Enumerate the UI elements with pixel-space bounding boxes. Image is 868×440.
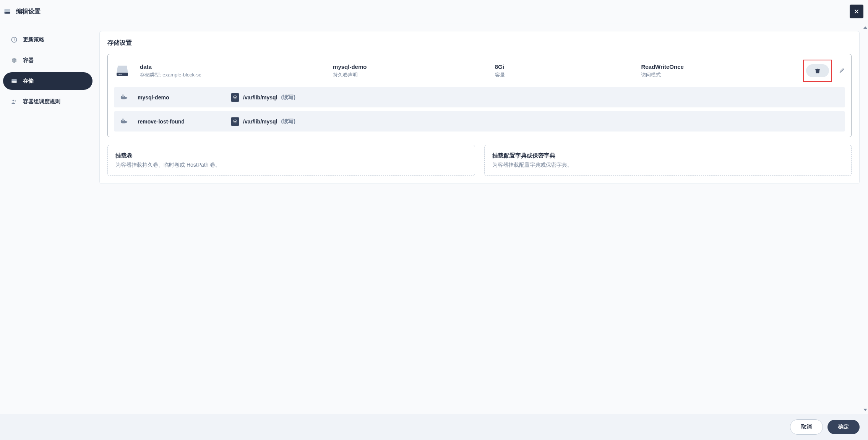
- mount-mode: (读写): [281, 118, 295, 125]
- volume-capacity-col: 8Gi 容量: [495, 63, 635, 78]
- sidebar-item-label: 更新策略: [23, 36, 44, 43]
- close-icon: [853, 8, 860, 15]
- storage-settings-panel: 存储设置 data 存储类型: example-block-sc mysql-d…: [99, 31, 860, 184]
- svg-rect-20: [122, 120, 123, 121]
- edit-volume-button[interactable]: [839, 67, 845, 75]
- sidebar-item-label: 容器: [23, 57, 34, 64]
- trash-icon: [814, 68, 821, 74]
- sidebar-item-containers[interactable]: 容器: [3, 52, 92, 69]
- svg-rect-22: [122, 119, 123, 120]
- svg-point-23: [234, 121, 236, 122]
- delete-highlight-box: [803, 60, 832, 82]
- cancel-button[interactable]: 取消: [790, 419, 823, 435]
- svg-point-18: [234, 97, 236, 98]
- sidebar: 更新策略 容器 存储 容器组调度规则: [0, 23, 96, 414]
- svg-point-9: [13, 100, 15, 102]
- edit-settings-modal: 编辑设置 更新策略 容器 存储: [0, 0, 868, 440]
- mount-volume-desc: 为容器挂载持久卷、临时卷或 HostPath 卷。: [115, 162, 467, 169]
- svg-rect-7: [11, 81, 17, 83]
- modal-title: 编辑设置: [16, 8, 41, 16]
- storage-icon: [11, 78, 18, 84]
- sidebar-item-storage[interactable]: 存储: [3, 72, 92, 90]
- pvc-label: 持久卷声明: [333, 71, 489, 78]
- pvc-name: mysql-demo: [333, 63, 489, 70]
- svg-rect-14: [121, 96, 122, 97]
- panel-title: 存储设置: [107, 39, 852, 47]
- svg-rect-19: [121, 120, 122, 121]
- volume-pvc-col: mysql-demo 持久卷声明: [333, 63, 489, 78]
- svg-point-12: [118, 74, 120, 75]
- users-icon: [11, 98, 18, 105]
- close-button[interactable]: [850, 5, 863, 18]
- mount-mode: (读写): [281, 94, 295, 101]
- delete-volume-button[interactable]: [806, 64, 829, 77]
- volume-card: data 存储类型: example-block-sc mysql-demo 持…: [107, 54, 852, 137]
- volume-access-col: ReadWriteOnce 访问模式: [641, 63, 797, 78]
- gear-icon: [231, 117, 239, 126]
- mount-container-name: remove-lost-found: [138, 119, 222, 125]
- mount-path: /var/lib/mysql: [243, 119, 277, 125]
- scrollbar[interactable]: [864, 26, 867, 411]
- mount-config-desc: 为容器挂载配置字典或保密字典。: [492, 162, 844, 169]
- mount-row: mysql-demo /var/lib/mysql (读写): [114, 87, 845, 107]
- clock-icon: [11, 36, 18, 43]
- mount-config-card[interactable]: 挂载配置字典或保密字典 为容器挂载配置字典或保密字典。: [484, 145, 852, 176]
- access-mode-label: 访问模式: [641, 71, 797, 78]
- docker-icon: [120, 117, 128, 126]
- main-content: 存储设置 data 存储类型: example-block-sc mysql-d…: [96, 23, 868, 414]
- svg-rect-1: [5, 12, 10, 14]
- capacity-label: 容量: [495, 71, 635, 78]
- mount-config-title: 挂载配置字典或保密字典: [492, 152, 844, 159]
- volume-summary-row: data 存储类型: example-block-sc mysql-demo 持…: [114, 60, 845, 82]
- disk-icon: [3, 7, 11, 16]
- svg-point-13: [120, 74, 122, 75]
- storage-class-value: example-block-sc: [162, 72, 201, 78]
- cube-icon: [11, 57, 18, 64]
- scroll-down-icon: [863, 409, 867, 411]
- svg-rect-11: [117, 73, 128, 76]
- scroll-up-icon: [863, 26, 867, 29]
- sidebar-item-update-strategy[interactable]: 更新策略: [3, 31, 92, 49]
- gear-icon: [231, 93, 239, 102]
- sidebar-item-label: 存储: [23, 78, 34, 84]
- ok-button[interactable]: 确定: [827, 420, 860, 434]
- pencil-icon: [839, 67, 845, 73]
- svg-point-8: [13, 82, 13, 83]
- capacity-value: 8Gi: [495, 63, 635, 70]
- mount-volume-title: 挂载卷: [115, 152, 467, 159]
- svg-rect-17: [122, 95, 123, 96]
- volume-disk-icon: [114, 62, 131, 79]
- svg-point-2: [5, 13, 6, 13]
- sidebar-item-label: 容器组调度规则: [23, 98, 60, 105]
- modal-footer: 取消 确定: [0, 414, 868, 440]
- mount-volume-card[interactable]: 挂载卷 为容器挂载持久卷、临时卷或 HostPath 卷。: [107, 145, 475, 176]
- svg-rect-21: [124, 120, 125, 121]
- mount-container-name: mysql-demo: [138, 94, 222, 101]
- docker-icon: [120, 93, 128, 102]
- modal-header: 编辑设置: [0, 0, 868, 23]
- access-mode-value: ReadWriteOnce: [641, 63, 797, 70]
- volume-actions: [803, 60, 845, 82]
- volume-name-col: data 存储类型: example-block-sc: [140, 63, 327, 78]
- svg-point-10: [15, 100, 16, 102]
- mount-path: /var/lib/mysql: [243, 94, 277, 101]
- svg-rect-15: [122, 96, 123, 97]
- mount-row: remove-lost-found /var/lib/mysql (读写): [114, 111, 845, 132]
- svg-rect-16: [124, 96, 125, 97]
- volume-name: data: [140, 63, 327, 70]
- sidebar-item-pod-scheduling[interactable]: 容器组调度规则: [3, 93, 92, 110]
- storage-class-label: 存储类型:: [140, 72, 162, 78]
